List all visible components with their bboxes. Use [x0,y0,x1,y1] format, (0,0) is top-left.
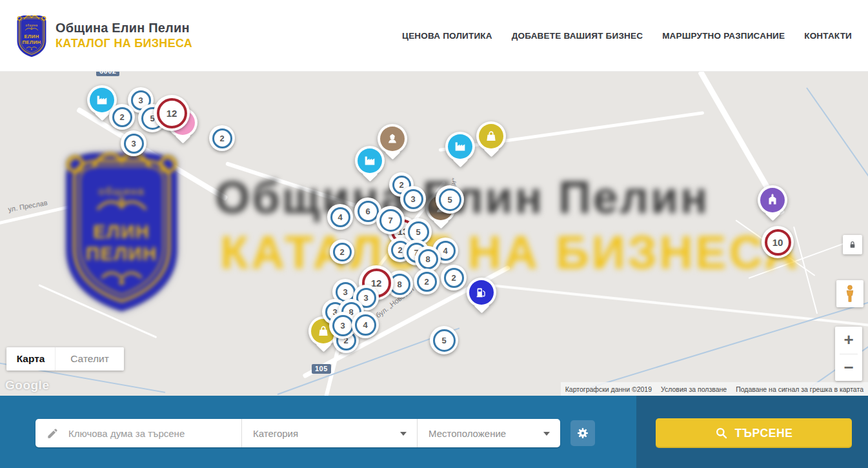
map-road [38,284,157,338]
cluster-marker[interactable]: 2 [441,265,467,290]
attribution-terms-link[interactable]: Условия за ползване [656,385,731,393]
search-button[interactable]: ТЪРСЕНЕ [656,418,852,448]
cluster-count: 2 [333,243,352,261]
cluster-marker[interactable]: 4 [352,311,379,338]
attribution-data: Картографски данни ©2019 [561,385,656,393]
cluster-marker[interactable]: 4 [327,204,353,230]
category-dropdown[interactable]: Категория [242,419,417,447]
cluster-count: 3 [332,315,354,336]
map-type-control: Карта Сателит [6,347,124,371]
keyword-input[interactable] [67,427,225,440]
lock-icon [847,239,858,250]
chevron-down-icon [400,432,407,436]
main-nav: ЦЕНОВА ПОЛИТИКА ДОБАВЕТЕ ВАШИЯТ БИЗНЕС М… [402,31,852,41]
fuel-category-pin[interactable] [467,278,496,307]
cluster-marker[interactable]: 7 [376,206,405,234]
cluster-count: 2 [112,107,132,127]
cluster-count: 7 [379,209,402,232]
street-view-pegman-button[interactable] [836,280,863,307]
map-type-satellite-button[interactable]: Сателит [55,347,124,371]
cluster-count: 6 [358,201,379,222]
factory-category-pin[interactable] [445,132,475,161]
svg-text:община: община [26,24,38,27]
attribution-report-link[interactable]: Подаване на сигнал за грешка в картата [731,385,868,393]
lock-control-button[interactable] [843,235,862,254]
watermark-crest: община ЕЛИН ПЕЛИН [56,143,188,318]
factory-icon [358,148,382,173]
cluster-count: 2 [444,268,464,288]
location-dropdown[interactable]: Местоположение [418,419,560,447]
cluster-count: 3 [124,134,144,154]
search-button-panel: ТЪРСЕНЕ [636,396,868,468]
cluster-marker[interactable]: 5 [436,185,464,214]
keyword-field[interactable] [35,419,241,447]
cluster-count: 5 [433,329,456,352]
map-type-map-button[interactable]: Карта [6,347,55,371]
map-road [793,227,818,314]
pencil-icon [46,427,59,440]
cluster-marker[interactable]: 2 [209,125,235,151]
cluster-marker[interactable]: 2 [330,239,354,264]
category-dropdown-value: Категория [253,428,298,439]
svg-text:ПЕЛИН: ПЕЛИН [86,243,157,264]
gear-icon [576,426,590,440]
nav-add-your-business[interactable]: ДОБАВЕТЕ ВАШИЯТ БИЗНЕС [512,31,643,41]
cluster-marker[interactable]: 2 [414,269,439,294]
location-dropdown-value: Местоположение [429,428,506,439]
factory-icon [90,88,114,112]
road-number-badge: 105 [312,364,331,374]
cluster-marker[interactable]: 2 [109,104,135,130]
cluster-marker[interactable]: 12 [154,95,190,131]
cluster-count: 2 [212,128,232,148]
site-title: Община Елин Пелин [56,21,192,36]
cluster-count: 12 [157,98,187,128]
map-boundary-line [806,87,868,188]
cluster-count: 8 [418,249,438,269]
map-attribution: Картографски данни ©2019 Условия за полз… [561,382,868,396]
watermark-subtitle: КАТАЛОГ НА БИЗНЕСА [220,226,800,279]
nav-route-schedule[interactable]: МАРШРУТНО РАЗПИСАНИЕ [662,31,785,41]
search-fields: Категория Местоположение [35,419,560,447]
municipality-crest-icon: община ЕЛИН ПЕЛИН [14,13,49,59]
search-button-label: ТЪРСЕНЕ [735,427,793,440]
zoom-in-button[interactable]: + [835,327,862,354]
cluster-marker[interactable]: 3 [121,130,146,156]
cluster-count: 2 [417,272,437,292]
advanced-settings-button[interactable] [570,420,595,446]
header: община ЕЛИН ПЕЛИН Община Елин Пелин КАТА… [0,0,868,72]
church-icon [760,188,785,212]
zoom-control: + − [835,327,862,381]
fuel-icon [469,280,494,305]
church-category-pin[interactable] [758,185,787,215]
cluster-marker[interactable]: 5 [430,326,458,354]
cluster-count: 4 [330,207,350,227]
cluster-marker[interactable]: 10 [762,226,794,258]
map-canvas[interactable]: ул. Преслав бул. „Новосел ци“ 6002 105 о… [0,71,868,396]
search-icon [715,427,728,440]
svg-text:ЕЛИН: ЕЛИН [24,33,39,39]
worker-category-pin[interactable] [378,124,407,154]
factory-icon [448,134,472,159]
zoom-out-button[interactable]: − [835,354,862,382]
shopping-bag-icon [479,124,503,148]
worker-icon [380,127,405,151]
page: община ЕЛИН ПЕЛИН Община Елин Пелин КАТА… [0,0,868,468]
cluster-count: 3 [403,189,423,209]
chevron-down-icon [543,432,550,436]
cluster-count: 10 [765,229,791,256]
factory-category-pin[interactable] [355,146,385,176]
nav-pricing-policy[interactable]: ЦЕНОВА ПОЛИТИКА [402,31,492,41]
cluster-count: 4 [355,314,376,336]
cluster-marker[interactable]: 3 [400,186,426,212]
svg-text:ПЕЛИН: ПЕЛИН [22,39,41,45]
site-subtitle: КАТАЛОГ НА БИЗНЕСА [56,37,192,50]
nav-contacts[interactable]: КОНТАКТИ [804,31,852,41]
road-number-badge: 6002 [96,71,119,76]
cluster-marker[interactable]: 8 [415,246,441,272]
cluster-count: 5 [439,188,461,211]
google-logo[interactable]: Google [5,378,49,392]
svg-text:ЕЛИН: ЕЛИН [93,221,150,242]
shopping-bag-category-pin[interactable] [476,121,506,151]
pegman-icon [842,284,858,303]
brand-logo[interactable]: община ЕЛИН ПЕЛИН Община Елин Пелин КАТА… [14,13,192,59]
